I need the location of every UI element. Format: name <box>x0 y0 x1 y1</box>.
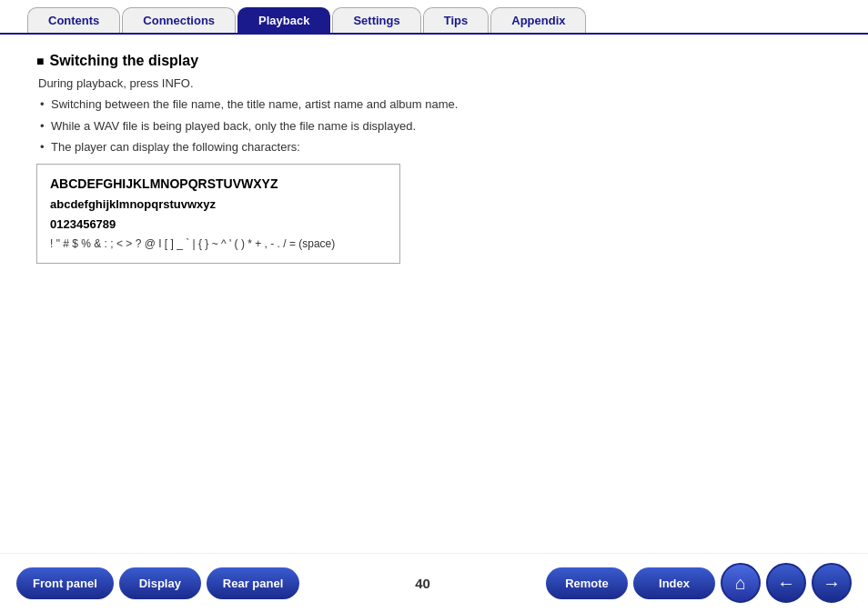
char-row-special: ! " # $ % & : ; < > ? @ I [ ] _ ` | { } … <box>50 235 387 253</box>
remote-button[interactable]: Remote <box>546 567 628 599</box>
index-button[interactable]: Index <box>633 567 715 599</box>
character-box: ABCDEFGHIJKLMNOPQRSTUVWXYZ abcdefghijklm… <box>36 164 400 264</box>
section-title: Switching the display <box>36 53 832 69</box>
bullet-list: Switching between the file name, the tit… <box>40 95 832 156</box>
tab-bar: Contents Connections Playback Settings T… <box>0 0 868 35</box>
tab-tips[interactable]: Tips <box>423 7 490 33</box>
forward-button[interactable]: → <box>812 563 852 603</box>
char-row-uppercase: ABCDEFGHIJKLMNOPQRSTUVWXYZ <box>50 174 387 196</box>
back-arrow-icon: ← <box>777 573 795 594</box>
tab-connections[interactable]: Connections <box>122 7 236 33</box>
main-content: Switching the display During playback, p… <box>0 35 868 273</box>
display-button[interactable]: Display <box>119 567 201 599</box>
rear-panel-button[interactable]: Rear panel <box>207 567 299 599</box>
back-button[interactable]: ← <box>766 563 806 603</box>
bullet-item-1: Switching between the file name, the tit… <box>40 95 832 114</box>
home-icon: ⌂ <box>735 573 746 594</box>
tab-appendix[interactable]: Appendix <box>490 7 586 33</box>
bullet-item-2: While a WAV file is being played back, o… <box>40 117 832 135</box>
tab-settings[interactable]: Settings <box>332 7 420 33</box>
char-row-numbers: 0123456789 <box>50 215 387 235</box>
char-row-lowercase: abcdefghijklmnopqrstuvwxyz <box>50 195 387 215</box>
home-button[interactable]: ⌂ <box>721 563 761 603</box>
forward-arrow-icon: → <box>823 573 841 594</box>
bottom-bar: Front panel Display Rear panel 40 Remote… <box>0 553 868 612</box>
bullet-item-3: The player can display the following cha… <box>40 138 832 156</box>
tab-playback[interactable]: Playback <box>237 7 330 33</box>
page-number: 40 <box>305 576 540 591</box>
section-subtitle: During playback, press INFO. <box>38 76 832 90</box>
tab-contents[interactable]: Contents <box>27 7 120 33</box>
front-panel-button[interactable]: Front panel <box>16 567 114 599</box>
